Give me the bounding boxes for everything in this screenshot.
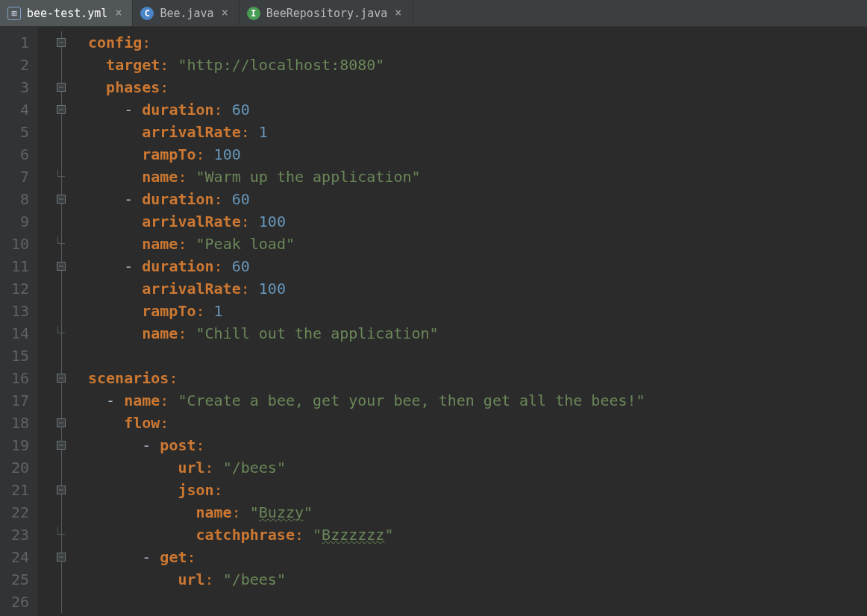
fold-cell <box>37 434 85 456</box>
fold-cell <box>37 54 85 76</box>
fold-toggle-icon[interactable] <box>57 418 66 427</box>
line-number: 22 <box>6 501 29 524</box>
line-number: 14 <box>6 322 29 345</box>
tab-bee-java[interactable]: CBee.java× <box>133 0 239 26</box>
fold-cell <box>37 300 85 322</box>
line-number: 10 <box>6 233 29 255</box>
code-line[interactable]: json: <box>88 479 645 501</box>
tab-label: BeeRepository.java <box>266 7 388 20</box>
fold-cell <box>37 568 85 591</box>
fold-cell <box>37 524 85 546</box>
tab-bar: ⊞bee-test.yml×CBee.java×IBeeRepository.j… <box>0 0 867 27</box>
code-line[interactable]: config: <box>88 31 645 54</box>
line-number: 23 <box>6 524 29 546</box>
fold-toggle-icon[interactable] <box>57 553 66 562</box>
line-number: 24 <box>6 546 29 568</box>
line-number: 19 <box>6 434 29 456</box>
line-number: 1 <box>6 31 29 54</box>
close-icon[interactable]: × <box>393 7 403 19</box>
code-line[interactable]: flow: <box>88 412 645 434</box>
line-number: 15 <box>6 345 29 367</box>
line-number: 16 <box>6 367 29 389</box>
fold-cell <box>37 255 85 277</box>
code-line[interactable]: - name: "Create a bee, get your bee, the… <box>88 389 645 412</box>
close-icon[interactable]: × <box>220 7 230 19</box>
line-number: 8 <box>6 188 29 210</box>
fold-toggle-icon[interactable] <box>57 38 66 47</box>
code-line[interactable]: url: "/bees" <box>88 456 645 479</box>
code-line[interactable]: arrivalRate: 1 <box>88 121 645 143</box>
line-number: 12 <box>6 277 29 300</box>
line-number: 6 <box>6 143 29 166</box>
fold-cell <box>37 188 85 210</box>
fold-cell <box>37 367 85 389</box>
code-line[interactable]: phases: <box>88 76 645 98</box>
code-line[interactable]: - duration: 60 <box>88 188 645 210</box>
fold-cell <box>37 322 85 345</box>
fold-end-icon <box>57 527 65 535</box>
fold-end-icon <box>57 326 65 333</box>
file-type-icon: I <box>247 7 260 20</box>
line-number: 7 <box>6 166 29 188</box>
fold-cell <box>37 98 85 121</box>
fold-cell <box>37 233 85 255</box>
close-icon[interactable]: × <box>113 7 123 19</box>
code-line[interactable]: - get: <box>88 546 645 568</box>
fold-toggle-icon[interactable] <box>57 262 66 271</box>
fold-cell <box>37 389 85 412</box>
line-number: 26 <box>6 591 29 613</box>
line-number: 2 <box>6 54 29 76</box>
fold-toggle-icon[interactable] <box>57 485 66 494</box>
code-line[interactable]: arrivalRate: 100 <box>88 277 645 300</box>
code-line[interactable]: scenarios: <box>88 367 645 389</box>
code-line[interactable]: rampTo: 100 <box>88 143 645 166</box>
code-line[interactable]: name: "Warm up the application" <box>88 166 645 188</box>
fold-cell <box>37 121 85 143</box>
fold-toggle-icon[interactable] <box>57 195 66 204</box>
code-line[interactable]: url: "/bees" <box>88 568 645 591</box>
fold-end-icon <box>57 236 65 244</box>
line-number: 13 <box>6 300 29 322</box>
code-line[interactable] <box>88 591 645 613</box>
code-line[interactable]: name: "Peak load" <box>88 233 645 255</box>
fold-toggle-icon[interactable] <box>57 441 66 450</box>
code-line[interactable]: rampTo: 1 <box>88 300 645 322</box>
code-area[interactable]: config: target: "http://localhost:8080" … <box>85 27 645 616</box>
line-number: 9 <box>6 210 29 233</box>
code-line[interactable]: arrivalRate: 100 <box>88 210 645 233</box>
tab-bee-test-yml[interactable]: ⊞bee-test.yml× <box>0 0 133 26</box>
fold-toggle-icon[interactable] <box>57 374 66 383</box>
fold-cell <box>37 31 85 54</box>
tab-label: Bee.java <box>160 7 213 20</box>
tab-label: bee-test.yml <box>27 7 107 20</box>
fold-toggle-icon[interactable] <box>57 105 66 114</box>
file-type-icon: ⊞ <box>7 7 21 20</box>
line-number: 21 <box>6 479 29 501</box>
line-number: 18 <box>6 412 29 434</box>
fold-toggle-icon[interactable] <box>57 83 66 92</box>
fold-cell <box>37 456 85 479</box>
fold-cell <box>37 210 85 233</box>
line-number: 20 <box>6 456 29 479</box>
fold-cell <box>37 501 85 524</box>
line-number: 4 <box>6 98 29 121</box>
fold-cell <box>37 143 85 166</box>
code-line[interactable]: name: "Buzzy" <box>88 501 645 524</box>
tab-beerepository-java[interactable]: IBeeRepository.java× <box>240 0 413 26</box>
fold-cell <box>37 479 85 501</box>
code-line[interactable]: - duration: 60 <box>88 255 645 277</box>
fold-cell <box>37 345 85 367</box>
line-number: 25 <box>6 568 29 591</box>
fold-cell <box>37 546 85 568</box>
code-line[interactable]: - duration: 60 <box>88 98 645 121</box>
code-line[interactable]: name: "Chill out the application" <box>88 322 645 345</box>
line-number: 11 <box>6 255 29 277</box>
code-line[interactable] <box>88 345 645 367</box>
fold-cell <box>37 412 85 434</box>
fold-column <box>37 27 85 616</box>
code-line[interactable]: target: "http://localhost:8080" <box>88 54 645 76</box>
file-type-icon: C <box>140 7 154 20</box>
code-line[interactable]: catchphrase: "Bzzzzzz" <box>88 524 645 546</box>
line-number: 17 <box>6 389 29 412</box>
code-line[interactable]: - post: <box>88 434 645 456</box>
